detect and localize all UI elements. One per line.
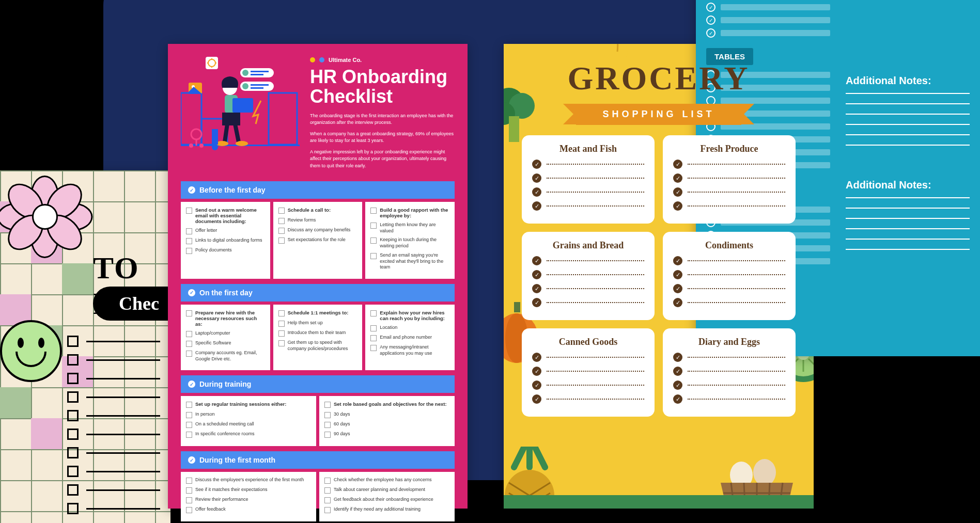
- checkbox-icon: [67, 447, 79, 458]
- hr-col-header: Set up regular training sessions either:: [186, 401, 311, 408]
- hr-title: HR Onboarding Checklist: [310, 67, 455, 106]
- hr-item: Links to digital onboarding forms: [186, 237, 265, 244]
- grocery-row: ✓: [673, 353, 785, 362]
- hr-item: 90 days: [324, 431, 449, 438]
- grocery-grid: Meat and Fish✓✓✓✓Fresh Produce✓✓✓✓Grains…: [522, 135, 796, 417]
- flower-icon: [4, 176, 86, 258]
- checkbox-icon: [67, 354, 79, 366]
- hr-item: Check whether the employee has any conce…: [324, 477, 449, 484]
- hr-col-header: Schedule 1:1 meetings to:: [278, 310, 357, 316]
- hr-column: Send out a warm welcome email with essen…: [181, 202, 270, 279]
- check-circle-icon: ✓: [706, 15, 715, 25]
- grocery-category-title: Condiments: [673, 240, 785, 251]
- hr-item: Offer letter: [186, 228, 265, 234]
- grocery-category-box: Grains and Bread✓✓✓✓: [522, 232, 655, 320]
- hr-item: In person: [186, 411, 311, 418]
- svg-rect-15: [251, 74, 263, 75]
- checkbox-icon: [67, 391, 79, 403]
- grocery-category-title: Diary and Eggs: [673, 337, 785, 347]
- check-circle-icon: ✓: [532, 284, 541, 293]
- hr-template-card[interactable]: Ultimate Co. HR Onboarding Checklist The…: [168, 44, 468, 509]
- checkbox-icon: [67, 336, 79, 347]
- hr-desc: A negative impression left by a poor onb…: [310, 149, 455, 170]
- grocery-row: ✓: [673, 201, 785, 211]
- check-circle-icon: ✓: [673, 353, 682, 362]
- hr-item: Laptop/computer: [186, 330, 265, 337]
- hr-item: Get them up to speed with company polici…: [278, 340, 357, 352]
- hr-company: Ultimate Co.: [329, 57, 362, 63]
- grocery-row: ✓: [673, 160, 785, 169]
- hr-item: Review forms: [278, 217, 357, 224]
- grocery-row: ✓: [532, 353, 644, 362]
- hr-item: 30 days: [324, 411, 449, 418]
- hr-item: Talk about career planning and developme…: [324, 487, 449, 494]
- grocery-row: ✓: [532, 381, 644, 390]
- grocery-row: ✓: [673, 284, 785, 293]
- hr-item: Location: [370, 325, 449, 331]
- hr-item: Set expectations for the role: [278, 237, 357, 244]
- checkbox-icon: [67, 484, 79, 496]
- grocery-category-title: Canned Goods: [532, 337, 644, 347]
- grocery-category-box: Canned Goods✓✓✓✓: [522, 328, 655, 417]
- svg-point-40: [753, 459, 776, 486]
- check-circle-icon: ✓: [532, 353, 541, 362]
- svg-rect-32: [514, 302, 520, 312]
- check-circle-icon: ✓: [673, 298, 682, 307]
- grocery-category-box: Condiments✓✓✓✓: [663, 232, 796, 320]
- hr-col-header: Explain how your new hires can reach you…: [370, 310, 449, 321]
- teal-checklist: ✓ ✓ ✓ ✓: [706, 0, 830, 38]
- check-circle-icon: ✓: [673, 381, 682, 390]
- check-circle-icon: ✓: [532, 270, 541, 279]
- hr-column: Discuss the employee's experience of the…: [181, 472, 316, 521]
- checkbox-icon: [67, 373, 79, 384]
- hr-column: Set up regular training sessions either:…: [181, 396, 316, 446]
- teal-notes-label: Additional Notes:: [846, 75, 970, 87]
- checkbox-icon: [67, 466, 79, 477]
- smiley-icon: [0, 320, 62, 382]
- check-circle-icon: ✓: [673, 201, 682, 211]
- hr-section-header: ✓During the first month: [181, 451, 455, 469]
- check-circle-icon: ✓: [673, 367, 682, 376]
- hr-section-header: ✓During training: [181, 375, 455, 393]
- check-circle-icon: ✓: [532, 298, 541, 307]
- grocery-category-box: Fresh Produce✓✓✓✓: [663, 135, 796, 224]
- grocery-category-title: Grains and Bread: [532, 240, 644, 251]
- hr-item: Identify if they need any additional tra…: [324, 506, 449, 513]
- grocery-row: ✓: [532, 173, 644, 183]
- hr-item: Company accounts eg. Email, Google Drive…: [186, 350, 265, 362]
- svg-rect-19: [251, 87, 263, 89]
- check-circle-icon: ✓: [532, 394, 541, 404]
- check-circle-icon: ✓: [706, 28, 715, 38]
- hr-item: Any messaging/intranet applications you …: [370, 344, 449, 356]
- checkbox-icon: [67, 410, 79, 421]
- hr-item: See if it matches their expectations: [186, 487, 311, 494]
- svg-point-13: [242, 70, 248, 76]
- grocery-row: ✓: [673, 298, 785, 307]
- todo-items: [67, 336, 160, 521]
- svg-rect-30: [509, 116, 519, 142]
- grocery-row: ✓: [673, 173, 785, 183]
- grocery-row: ✓: [532, 187, 644, 197]
- hr-col-header: Schedule a call to:: [278, 207, 357, 214]
- svg-point-8: [236, 141, 248, 146]
- todo-template-card[interactable]: TO DO Chec: [0, 170, 170, 523]
- check-circle-icon: ✓: [673, 270, 682, 279]
- grocery-row: ✓: [532, 367, 644, 376]
- grocery-category-box: Meat and Fish✓✓✓✓: [522, 135, 655, 224]
- hr-column: Prepare new hire with the necessary reso…: [181, 305, 270, 370]
- svg-rect-1: [269, 93, 297, 145]
- svg-rect-6: [222, 113, 240, 125]
- check-circle-icon: ✓: [532, 187, 541, 197]
- grocery-title: GROCERY: [522, 59, 796, 98]
- hr-column: Schedule 1:1 meetings to:Help them set u…: [273, 305, 363, 370]
- hr-item: 60 days: [324, 421, 449, 428]
- hr-section-grid: Send out a warm welcome email with essen…: [181, 202, 455, 279]
- grocery-row: ✓: [673, 187, 785, 197]
- hr-sections: ✓Before the first daySend out a warm wel…: [181, 181, 455, 521]
- grocery-row: ✓: [532, 270, 644, 279]
- hr-item: Email and phone number: [370, 335, 449, 341]
- check-circle-icon: ✓: [673, 187, 682, 197]
- check-icon: ✓: [188, 186, 195, 194]
- check-circle-icon: ✓: [532, 381, 541, 390]
- grocery-row: ✓: [532, 298, 644, 307]
